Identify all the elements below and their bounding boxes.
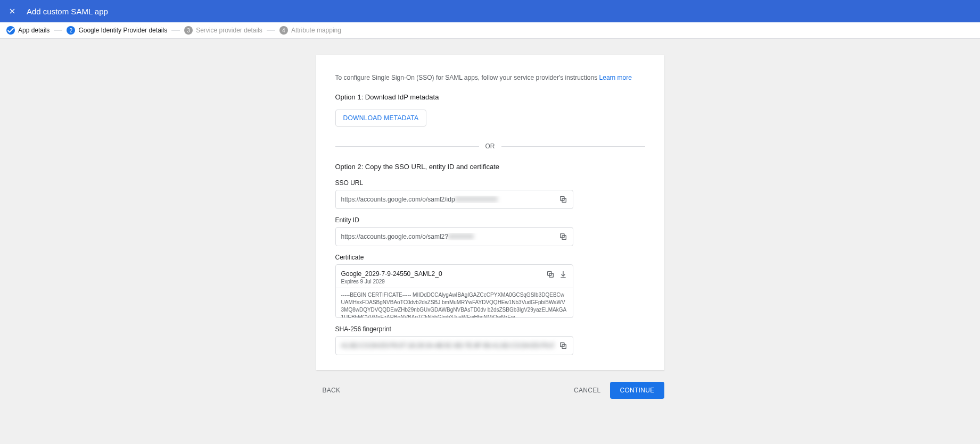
entity-id-text: https://accounts.google.com/o/saml2? bbox=[341, 233, 448, 240]
certificate-name: Google_2029-7-9-24550_SAML2_0 bbox=[341, 270, 542, 278]
learn-more-link[interactable]: Learn more bbox=[599, 74, 632, 81]
check-icon bbox=[6, 26, 15, 35]
sha-field: A1:B2:C3:D4:E5:F6:07:18:29:3A:4B:5C:6D:7… bbox=[335, 336, 573, 355]
entity-id-field: https://accounts.google.com/o/saml2?XXXX… bbox=[335, 227, 573, 246]
sso-url-value: https://accounts.google.com/o/saml2/idpX… bbox=[341, 196, 555, 203]
step-idp-details[interactable]: 2 Google Identity Provider details bbox=[67, 26, 167, 35]
sha-label: SHA-256 fingerprint bbox=[335, 325, 645, 333]
sha-value: A1:B2:C3:D4:E5:F6:07:18:29:3A:4B:5C:6D:7… bbox=[341, 342, 555, 349]
footer: BACK CANCEL CONTINUE bbox=[316, 370, 664, 399]
app-header: Add custom SAML app bbox=[0, 0, 980, 22]
copy-icon[interactable] bbox=[559, 341, 567, 350]
cancel-button[interactable]: CANCEL bbox=[567, 382, 607, 399]
step-divider bbox=[267, 30, 275, 31]
divider-line bbox=[335, 146, 479, 147]
sso-url-label: SSO URL bbox=[335, 179, 645, 187]
divider-line bbox=[501, 146, 645, 147]
back-button[interactable]: BACK bbox=[316, 382, 347, 398]
stepper: App details 2 Google Identity Provider d… bbox=[0, 22, 980, 39]
sso-url-text: https://accounts.google.com/o/saml2/idp bbox=[341, 196, 455, 203]
certificate-body[interactable]: -----BEGIN CERTIFICATE----- MIIDdDCCAlyg… bbox=[336, 288, 573, 317]
entity-id-label: Entity ID bbox=[335, 216, 645, 224]
intro-copy: To configure Single Sign-On (SSO) for SA… bbox=[335, 74, 599, 81]
step-number: 3 bbox=[184, 26, 193, 35]
certificate-label: Certificate bbox=[335, 254, 645, 261]
entity-id-redacted: XXXXXX bbox=[448, 233, 474, 240]
step-label: Google Identity Provider details bbox=[78, 27, 167, 34]
step-label: Attribute mapping bbox=[291, 27, 341, 34]
step-number: 2 bbox=[67, 26, 75, 35]
step-number: 4 bbox=[279, 26, 288, 35]
option2-heading: Option 2: Copy the SSO URL, entity ID an… bbox=[335, 163, 645, 171]
step-label: App details bbox=[18, 27, 50, 34]
page-title: Add custom SAML app bbox=[27, 7, 108, 16]
download-icon[interactable] bbox=[559, 270, 567, 279]
copy-icon[interactable] bbox=[546, 270, 555, 279]
card: To configure Single Sign-On (SSO) for SA… bbox=[316, 55, 664, 370]
main-area: To configure Single Sign-On (SSO) for SA… bbox=[0, 39, 980, 399]
certificate-expires: Expires 9 Jul 2029 bbox=[341, 279, 542, 284]
step-label: Service provider details bbox=[196, 27, 262, 34]
step-divider bbox=[54, 30, 62, 31]
continue-button[interactable]: CONTINUE bbox=[610, 382, 664, 399]
option1-heading: Option 1: Download IdP metadata bbox=[335, 93, 645, 101]
copy-icon[interactable] bbox=[559, 195, 567, 204]
certificate-box: Google_2029-7-9-24550_SAML2_0 Expires 9 … bbox=[335, 264, 573, 318]
step-divider bbox=[171, 30, 180, 31]
sso-url-field: https://accounts.google.com/o/saml2/idpX… bbox=[335, 190, 573, 209]
divider: OR bbox=[335, 143, 645, 150]
entity-id-value: https://accounts.google.com/o/saml2?XXXX… bbox=[341, 233, 555, 240]
divider-text: OR bbox=[479, 143, 501, 150]
step-sp-details[interactable]: 3 Service provider details bbox=[184, 26, 262, 35]
intro-text: To configure Single Sign-On (SSO) for SA… bbox=[335, 74, 645, 81]
copy-icon[interactable] bbox=[559, 232, 567, 241]
step-app-details[interactable]: App details bbox=[6, 26, 50, 35]
close-icon[interactable] bbox=[7, 6, 17, 16]
sso-url-redacted: XXXXXXXXXX bbox=[455, 196, 498, 203]
download-metadata-button[interactable]: DOWNLOAD METADATA bbox=[335, 110, 427, 127]
step-attr-mapping[interactable]: 4 Attribute mapping bbox=[279, 26, 341, 35]
